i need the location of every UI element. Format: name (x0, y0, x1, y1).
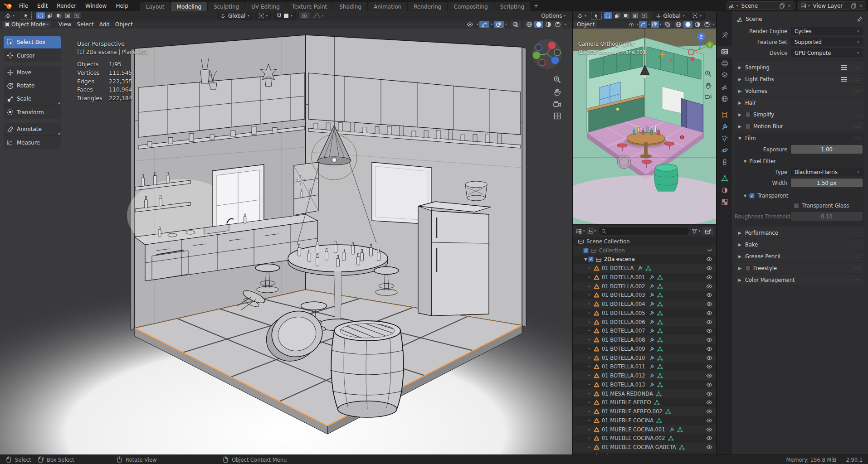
panel-color-management-header[interactable]: ▶Color Management:::: (735, 275, 864, 285)
hide-eye-icon[interactable] (706, 418, 712, 423)
hide-eye-icon[interactable] (706, 310, 712, 316)
remove-view-layer-icon[interactable]: × (858, 3, 864, 9)
hide-eye-icon[interactable] (706, 284, 712, 289)
outliner-row[interactable]: ‣01 BOTELLA.003 (573, 291, 716, 300)
expander-icon[interactable]: ‣ (587, 445, 592, 450)
navigation-gizmo[interactable] (530, 37, 564, 70)
tab-modeling[interactable]: Modeling (171, 2, 208, 11)
expander-icon[interactable]: ‣ (587, 293, 592, 297)
menu-help[interactable]: Help (111, 1, 132, 10)
properties-tab-particles[interactable] (717, 133, 732, 145)
scene2-barrel[interactable] (654, 164, 678, 191)
select-mode-subtract[interactable] (54, 12, 63, 19)
outliner-row[interactable]: ‣01 BOTELLA.005 (573, 309, 716, 318)
expander-icon[interactable]: ‣ (587, 311, 592, 315)
hide-eye-icon[interactable] (706, 364, 712, 369)
hide-eye-icon[interactable] (706, 256, 712, 262)
select-mode-set[interactable] (36, 12, 45, 19)
properties-tab-scene[interactable] (717, 81, 732, 93)
expander-icon[interactable]: ‣ (587, 436, 592, 440)
properties-tab-object[interactable] (717, 109, 732, 121)
collection-checkbox[interactable]: ✓ (588, 256, 594, 262)
outliner-row[interactable]: ‣01 MESA REDONDA (573, 389, 716, 398)
tab-layout[interactable]: Layout (140, 2, 171, 11)
viewport-menu-view[interactable]: View (56, 21, 74, 28)
hide-eye-icon[interactable] (706, 445, 712, 450)
expander-icon[interactable]: ‣ (587, 382, 592, 387)
properties-tab-world[interactable] (717, 93, 732, 105)
outliner-item-label[interactable]: 01 BOTELLA.009 (602, 346, 645, 352)
expander-icon[interactable]: ‣ (587, 284, 592, 289)
active-tool-icon[interactable] (21, 12, 32, 20)
panel-light-paths-header[interactable]: ▶Light Paths:::: (735, 74, 864, 84)
proportional-falloff-dropdown[interactable]: ▾ (313, 13, 324, 19)
hide-eye-icon[interactable] (706, 328, 712, 334)
outliner-row[interactable]: Scene Collection (573, 237, 716, 246)
tool-select-box[interactable]: Select Box (4, 36, 61, 49)
pivot-point-dropdown[interactable]: ▾ (255, 12, 271, 19)
shading-wireframe[interactable] (674, 21, 683, 28)
shading-solid[interactable] (683, 21, 692, 28)
scene-barrel[interactable] (330, 321, 405, 417)
hide-eye-icon[interactable] (706, 391, 712, 396)
properties-tab-physics[interactable] (717, 145, 732, 156)
options-dropdown[interactable]: Options▾ (541, 13, 566, 19)
tool-move[interactable]: Move (4, 66, 61, 79)
exposure-slider[interactable]: 1.00 (791, 145, 863, 154)
expander-icon[interactable]: ▼ (583, 257, 588, 261)
preset-list-icon[interactable] (841, 65, 847, 70)
render-engine-dropdown[interactable]: Cycles▾ (791, 27, 863, 35)
view-layer-selector[interactable]: ▾ View Layer × (798, 1, 866, 10)
show-overlays-toggle[interactable] (651, 21, 659, 28)
transparent-glass-checkbox[interactable] (794, 203, 799, 208)
new-workspace-tab[interactable]: + (530, 1, 542, 10)
mode-dropdown[interactable]: Object Mode▾ (2, 21, 51, 28)
hide-eye-icon[interactable] (706, 435, 712, 441)
hide-eye-icon[interactable] (706, 427, 712, 432)
select-mode-extend[interactable] (45, 12, 54, 19)
filter-id-type-dropdown[interactable]: ▾ (587, 228, 596, 234)
outliner-item-label[interactable]: 01 BOTELLA.012 (602, 372, 645, 379)
expander-icon[interactable]: ‣ (587, 275, 592, 280)
hide-eye-icon[interactable] (706, 275, 712, 280)
outliner-item-label[interactable]: Scene Collection (586, 238, 630, 245)
zoom-icon[interactable] (705, 70, 712, 77)
collection-checkbox[interactable]: ✓ (583, 248, 589, 253)
outliner-row[interactable]: ‣01 BOTELLA.004 (573, 300, 716, 309)
outliner-row[interactable]: ‣01 BOTELLA.012 (573, 371, 716, 380)
outliner-item-label[interactable]: 01 BOTELLA.008 (602, 337, 645, 343)
tool-scale[interactable]: Scale (4, 92, 61, 106)
panel-checkbox[interactable] (745, 112, 751, 117)
outliner-row[interactable]: ▼✓2Da escena (573, 255, 716, 264)
outliner-item-label[interactable]: 01 BOTELLA.013 (602, 382, 645, 388)
select-mode-intersect[interactable] (640, 12, 649, 19)
menu-window[interactable]: Window (81, 1, 111, 10)
panel-checkbox[interactable] (745, 266, 751, 271)
preset-list-icon[interactable] (841, 77, 847, 82)
tool-transform[interactable]: Transform (4, 106, 61, 119)
panel-grease-pencil-header[interactable]: ▶Grease Pencil:::: (735, 251, 864, 261)
tool-annotate[interactable]: Annotate (4, 123, 61, 136)
editor-type-button[interactable]: ▾ (2, 12, 17, 19)
pan-hand-icon[interactable] (705, 82, 712, 89)
expander-icon[interactable]: ‣ (587, 266, 592, 271)
transparent-checkbox[interactable]: ✓ (749, 193, 755, 198)
hide-eye-icon[interactable] (706, 382, 712, 387)
hide-eye-icon[interactable] (706, 319, 712, 325)
select-mode-invert[interactable] (631, 12, 639, 19)
properties-tab-render[interactable] (717, 46, 732, 58)
shading-wireframe[interactable] (525, 21, 534, 28)
orthographic-toggle-icon[interactable] (554, 112, 561, 120)
panel-sampling-header[interactable]: ▶Sampling:::: (735, 62, 864, 72)
viewport-menu-select[interactable]: Select (74, 21, 97, 28)
display-mode-dropdown[interactable]: ▾ (576, 228, 585, 234)
proportional-editing-toggle[interactable] (298, 12, 310, 19)
outliner-row[interactable]: ‣01 BOTELLA.010 (573, 353, 716, 362)
hide-eye-icon[interactable] (706, 301, 712, 307)
select-mode-intersect[interactable] (73, 12, 81, 19)
tool-cursor[interactable]: Cursor (4, 49, 61, 62)
properties-tab-object-data[interactable] (717, 173, 732, 184)
hide-eye-icon[interactable] (706, 346, 712, 352)
scene-glass-cabinet[interactable] (294, 162, 318, 215)
outliner-row[interactable]: ‣01 MUEBLE AEREO (573, 398, 716, 407)
